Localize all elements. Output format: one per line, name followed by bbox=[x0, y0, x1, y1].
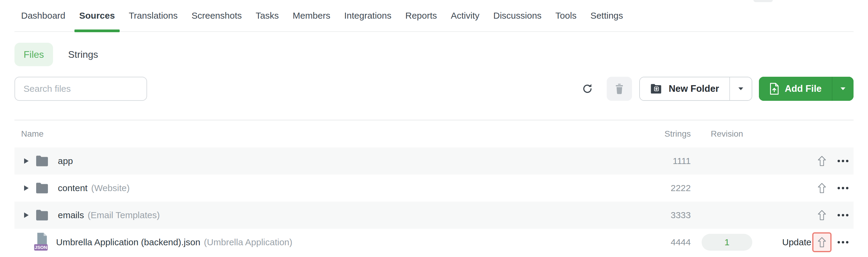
tab-strings[interactable]: Strings bbox=[68, 49, 98, 60]
ellipsis-icon bbox=[838, 241, 840, 244]
nav-item-screenshots[interactable]: Screenshots bbox=[191, 0, 242, 32]
nav-item-tasks[interactable]: Tasks bbox=[255, 0, 279, 32]
view-switcher: Files Strings bbox=[14, 43, 98, 66]
nav-item-tools[interactable]: Tools bbox=[555, 0, 577, 32]
folder-name: emails bbox=[58, 210, 84, 220]
expand-caret-icon[interactable] bbox=[22, 158, 31, 164]
upload-arrow-icon bbox=[817, 237, 827, 248]
upload-arrow-icon bbox=[817, 210, 827, 221]
nav-item-reports[interactable]: Reports bbox=[405, 0, 437, 32]
upload-translations-button[interactable] bbox=[817, 156, 827, 167]
nav-item-integrations[interactable]: Integrations bbox=[344, 0, 392, 32]
nav-item-discussions[interactable]: Discussions bbox=[493, 0, 541, 32]
file-title-note: (Umbrella Application) bbox=[204, 237, 292, 247]
folder-name: content bbox=[58, 183, 87, 193]
nav-item-settings[interactable]: Settings bbox=[590, 0, 623, 32]
upload-arrow-icon bbox=[817, 183, 827, 193]
folder-title-note: (Email Templates) bbox=[88, 210, 160, 220]
add-file-button[interactable]: Add File bbox=[759, 77, 832, 101]
new-folder-dropdown-button[interactable] bbox=[730, 77, 752, 100]
tab-files[interactable]: Files bbox=[14, 43, 53, 66]
row-menu-button[interactable] bbox=[835, 157, 851, 165]
toolbar-actions: New Folder bbox=[581, 77, 854, 101]
json-file-icon: JSON bbox=[34, 232, 49, 252]
nav-item-dashboard[interactable]: Dashboard bbox=[21, 0, 65, 32]
revision-badge[interactable]: 1 bbox=[702, 234, 752, 251]
expand-caret-icon[interactable] bbox=[22, 185, 31, 191]
column-header-revision: Revision bbox=[691, 129, 763, 139]
nav-item-sources[interactable]: Sources bbox=[79, 0, 115, 32]
file-upload-icon bbox=[769, 82, 779, 95]
strings-count: 3333 bbox=[630, 210, 691, 220]
new-folder-label: New Folder bbox=[669, 83, 719, 94]
chevron-down-icon bbox=[840, 87, 846, 91]
file-name: Umbrella Application (backend).json bbox=[56, 237, 200, 247]
column-header-strings: Strings bbox=[630, 129, 691, 139]
table-row-file-umbrella-json[interactable]: JSON Umbrella Application (backend).json… bbox=[14, 229, 854, 256]
nav-item-members[interactable]: Members bbox=[293, 0, 330, 32]
row-menu-button[interactable] bbox=[835, 184, 851, 192]
new-folder-button[interactable]: New Folder bbox=[640, 77, 730, 100]
project-nav: Dashboard Sources Translations Screensho… bbox=[14, 0, 854, 32]
table-header: Name Strings Revision bbox=[14, 120, 854, 147]
sources-page: Dashboard Sources Translations Screensho… bbox=[0, 0, 868, 257]
nav-item-translations[interactable]: Translations bbox=[129, 0, 178, 32]
upload-arrow-icon bbox=[817, 156, 827, 167]
new-folder-split-button: New Folder bbox=[639, 77, 752, 101]
delete-button[interactable] bbox=[607, 77, 632, 101]
files-toolbar: New Folder bbox=[14, 77, 854, 101]
column-header-name: Name bbox=[14, 129, 630, 139]
upload-translations-button[interactable] bbox=[817, 210, 827, 221]
expand-caret-icon[interactable] bbox=[22, 213, 31, 218]
folder-icon bbox=[34, 182, 51, 194]
folder-icon bbox=[34, 155, 51, 167]
upload-translations-button[interactable] bbox=[817, 183, 827, 193]
folder-name: app bbox=[58, 156, 73, 166]
table-row-folder-content[interactable]: content (Website) 2222 bbox=[14, 175, 854, 201]
table-row-folder-app[interactable]: app 1111 bbox=[14, 147, 854, 175]
folder-icon bbox=[34, 209, 51, 221]
refresh-icon bbox=[581, 83, 593, 95]
refresh-button[interactable] bbox=[581, 77, 594, 101]
ellipsis-icon bbox=[838, 160, 840, 162]
ellipsis-icon bbox=[838, 214, 840, 216]
folder-title-note: (Website) bbox=[91, 183, 130, 193]
strings-count: 4444 bbox=[630, 237, 691, 247]
add-file-label: Add File bbox=[785, 83, 822, 94]
search-input[interactable] bbox=[14, 77, 147, 101]
add-file-split-button: Add File bbox=[759, 77, 854, 101]
folder-plus-icon bbox=[650, 83, 663, 94]
row-menu-button[interactable] bbox=[835, 238, 851, 247]
update-link[interactable]: Update bbox=[763, 237, 811, 247]
add-file-dropdown-button[interactable] bbox=[832, 77, 854, 101]
row-menu-button[interactable] bbox=[835, 211, 851, 219]
json-badge-label: JSON bbox=[35, 245, 47, 250]
ellipsis-icon bbox=[838, 187, 840, 189]
chevron-down-icon bbox=[738, 87, 744, 91]
nav-item-activity[interactable]: Activity bbox=[451, 0, 479, 32]
trash-icon bbox=[614, 83, 625, 95]
table-row-folder-emails[interactable]: emails (Email Templates) 3333 bbox=[14, 201, 854, 229]
strings-count: 2222 bbox=[630, 183, 691, 193]
files-table: Name Strings Revision app 1111 bbox=[14, 120, 854, 256]
upload-translations-button-highlighted[interactable] bbox=[812, 232, 832, 252]
strings-count: 1111 bbox=[630, 156, 691, 166]
